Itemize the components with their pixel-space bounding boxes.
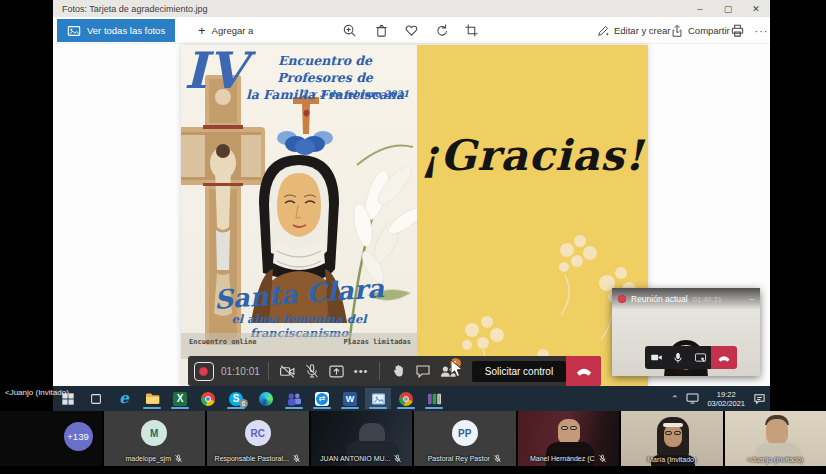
mini-share-button[interactable]: [689, 346, 711, 369]
participant-tile[interactable]: Manel Hernández (C: [518, 411, 620, 466]
close-button[interactable]: ✕: [742, 0, 770, 17]
zoom-icon[interactable]: [341, 22, 358, 39]
file-explorer-icon[interactable]: [139, 388, 165, 409]
tray-chevron-icon[interactable]: ⌃: [671, 394, 679, 404]
mini-hang-up-button[interactable]: [711, 346, 737, 369]
taskbar-clock[interactable]: 19:22 03/02/2021: [707, 390, 745, 408]
crop-icon[interactable]: [463, 22, 480, 39]
taskbar-date: 03/02/2021: [707, 399, 745, 408]
internet-explorer-icon[interactable]: e: [111, 388, 137, 409]
raise-hand-button[interactable]: [386, 358, 411, 384]
winrar-icon[interactable]: [421, 388, 447, 409]
more-options-icon[interactable]: ···: [753, 22, 770, 39]
participant-tile[interactable]: <Juanjo (Invitado): [725, 411, 826, 466]
mic-off-icon: [393, 454, 402, 463]
tau-emblem: [277, 97, 333, 155]
edge-icon[interactable]: [253, 388, 279, 409]
hang-up-button[interactable]: [566, 356, 601, 386]
mouse-cursor: [450, 359, 463, 378]
chrome-icon[interactable]: [195, 388, 221, 409]
hang-up-icon: [717, 351, 731, 365]
mini-window-title: Reunión actual: [631, 294, 688, 304]
tray-display-icon[interactable]: [686, 393, 699, 404]
participant-tile[interactable]: M madelope_sjm: [104, 411, 206, 466]
mini-window-timer: 01:40:31: [693, 295, 722, 304]
teams-call-controls: 01:10:01 ••• 1 Solicitar control: [188, 356, 601, 386]
chat-button[interactable]: [411, 358, 436, 384]
greeting-card-photo: IV Encuentro de Profesores de la Familia…: [181, 45, 648, 386]
poster-left-panel: IV Encuentro de Profesores de la Familia…: [181, 45, 417, 386]
add-to-label: Agregar a: [212, 25, 254, 36]
edit-create-button[interactable]: Editar y crear ⌄: [596, 20, 681, 41]
maximize-button[interactable]: ▢: [714, 0, 742, 17]
participant-name: Responsable Pastoral...: [215, 455, 289, 462]
avatar: PP: [452, 420, 478, 446]
word-icon[interactable]: W: [337, 388, 363, 409]
mic-off-icon: [174, 454, 183, 463]
gracias-text: ¡Gracias!: [417, 131, 648, 180]
participant-name: madelope_sjm: [125, 455, 171, 462]
teamviewer-icon[interactable]: ⇄: [309, 388, 335, 409]
recording-dot-icon: [618, 295, 626, 303]
camera-off-button[interactable]: [275, 358, 300, 384]
delete-icon[interactable]: [373, 22, 390, 39]
mini-minimize-button[interactable]: –: [749, 294, 754, 304]
meeting-mini-window[interactable]: Reunión actual 01:40:31 –: [612, 288, 760, 376]
divider: [268, 362, 269, 380]
photos-app-icon[interactable]: [365, 388, 391, 409]
system-tray: ⌃ 19:22 03/02/2021: [671, 386, 766, 411]
participant-tile[interactable]: RC Responsable Pastoral...: [207, 411, 309, 466]
print-icon[interactable]: [729, 22, 746, 39]
excel-icon[interactable]: X: [167, 388, 193, 409]
avatar: RC: [245, 420, 271, 446]
participant-tile-overflow[interactable]: +139: [0, 411, 102, 466]
photos-toolbar: Ver todas las fotos + Agregar a: [53, 17, 770, 44]
poster-info-left: Encuentro online: [189, 338, 256, 346]
poster-title-line1: Encuentro de Profesores de: [239, 52, 411, 86]
mic-off-icon: [493, 454, 502, 463]
favorite-heart-icon[interactable]: [403, 22, 420, 39]
taskbar-time: 19:22: [707, 390, 745, 399]
add-to-button[interactable]: + Agregar a: [190, 19, 261, 42]
call-timer: 01:10:01: [221, 366, 262, 377]
participant-tile[interactable]: JUAN ANTONIO MU...: [311, 411, 413, 466]
rotate-icon[interactable]: [434, 22, 451, 39]
divider: [379, 362, 380, 380]
mini-camera-button[interactable]: [645, 346, 667, 369]
share-icon: [670, 24, 684, 38]
share-screen-button[interactable]: [324, 358, 349, 384]
share-label: Compartir: [688, 25, 730, 36]
participant-tile[interactable]: PP Pastoral Rey Pastor: [414, 411, 516, 466]
window-title: Fotos: Tarjeta de agradecimiento.jpg: [62, 4, 207, 14]
participant-name: JUAN ANTONIO MU...: [320, 455, 390, 462]
skype-icon[interactable]: S6: [223, 388, 249, 409]
share-button[interactable]: Compartir: [670, 20, 730, 41]
edit-create-label: Editar y crear: [614, 25, 671, 36]
teams-icon[interactable]: [281, 388, 307, 409]
poster-numeral: IV: [184, 45, 246, 100]
plus-icon: +: [198, 23, 206, 38]
participant-name: <Juanjo (Invitado): [747, 456, 803, 463]
more-actions-button[interactable]: •••: [349, 358, 374, 384]
minimize-button[interactable]: –: [686, 0, 714, 17]
mini-window-header: Reunión actual 01:40:31 –: [612, 288, 760, 310]
participant-name: María (Invitado): [647, 456, 696, 463]
participant-name: Pastoral Rey Pastor: [428, 455, 490, 462]
recording-indicator: [194, 362, 214, 381]
participant-tile[interactable]: María (Invitado): [621, 411, 723, 466]
request-control-button[interactable]: Solicitar control: [472, 361, 566, 382]
mini-mic-button[interactable]: [667, 346, 689, 369]
photo-collection-icon: [67, 24, 81, 38]
mic-off-icon: [292, 454, 301, 463]
edit-create-icon: [596, 24, 610, 38]
chrome-profile-icon[interactable]: [393, 388, 419, 409]
task-view-button[interactable]: [83, 388, 109, 409]
poster-date: 2 y 3 de febrero 2021: [281, 89, 409, 99]
mic-off-icon: [598, 454, 607, 463]
view-all-photos-button[interactable]: Ver todas las fotos: [57, 19, 175, 42]
window-titlebar[interactable]: Fotos: Tarjeta de agradecimiento.jpg – ▢…: [53, 0, 770, 17]
view-all-photos-label: Ver todas las fotos: [87, 25, 165, 36]
mic-off-button[interactable]: [300, 358, 325, 384]
action-center-icon[interactable]: [753, 393, 766, 405]
window-controls: – ▢ ✕: [686, 0, 770, 17]
